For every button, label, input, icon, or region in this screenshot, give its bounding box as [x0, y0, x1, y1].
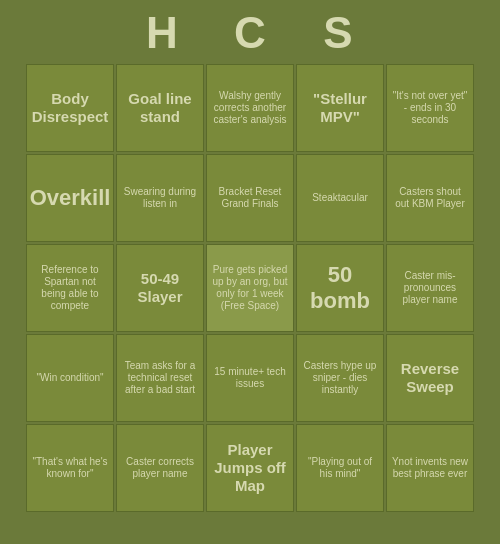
- bingo-cell-4[interactable]: "It's not over yet" - ends in 30 seconds: [386, 64, 474, 152]
- bingo-cell-11[interactable]: 50-49 Slayer: [116, 244, 204, 332]
- bingo-cell-2[interactable]: Walshy gently corrects another caster's …: [206, 64, 294, 152]
- bingo-cell-3[interactable]: "Stellur MPV": [296, 64, 384, 152]
- bingo-cell-22[interactable]: Player Jumps off Map: [206, 424, 294, 512]
- bingo-cell-9[interactable]: Casters shout out KBM Player: [386, 154, 474, 242]
- bingo-cell-18[interactable]: Casters hype up sniper - dies instantly: [296, 334, 384, 422]
- bingo-cell-1[interactable]: Goal line stand: [116, 64, 204, 152]
- header-letter-s: S: [294, 8, 382, 58]
- header-letter-h: H: [118, 8, 206, 58]
- bingo-cell-6[interactable]: Swearing during listen in: [116, 154, 204, 242]
- bingo-cell-23[interactable]: "Playing out of his mind": [296, 424, 384, 512]
- bingo-cell-15[interactable]: "Win condition": [26, 334, 114, 422]
- bingo-cell-20[interactable]: "That's what he's known for": [26, 424, 114, 512]
- bingo-cell-5[interactable]: Overkill: [26, 154, 114, 242]
- bingo-cell-14[interactable]: Caster mis-pronounces player name: [386, 244, 474, 332]
- bingo-cell-19[interactable]: Reverse Sweep: [386, 334, 474, 422]
- bingo-cell-17[interactable]: 15 minute+ tech issues: [206, 334, 294, 422]
- bingo-header: H C S: [0, 0, 500, 62]
- bingo-grid: Body DisrespectGoal line standWalshy gen…: [18, 64, 482, 512]
- bingo-cell-21[interactable]: Caster corrects player name: [116, 424, 204, 512]
- bingo-cell-7[interactable]: Bracket Reset Grand Finals: [206, 154, 294, 242]
- bingo-cell-10[interactable]: Reference to Spartan not being able to c…: [26, 244, 114, 332]
- bingo-cell-12[interactable]: Pure gets picked up by an org, but only …: [206, 244, 294, 332]
- bingo-cell-16[interactable]: Team asks for a technical reset after a …: [116, 334, 204, 422]
- bingo-cell-0[interactable]: Body Disrespect: [26, 64, 114, 152]
- bingo-cell-24[interactable]: Ynot invents new best phrase ever: [386, 424, 474, 512]
- bingo-cell-8[interactable]: Steaktacular: [296, 154, 384, 242]
- bingo-cell-13[interactable]: 50 bomb: [296, 244, 384, 332]
- header-letter-c: C: [206, 8, 294, 58]
